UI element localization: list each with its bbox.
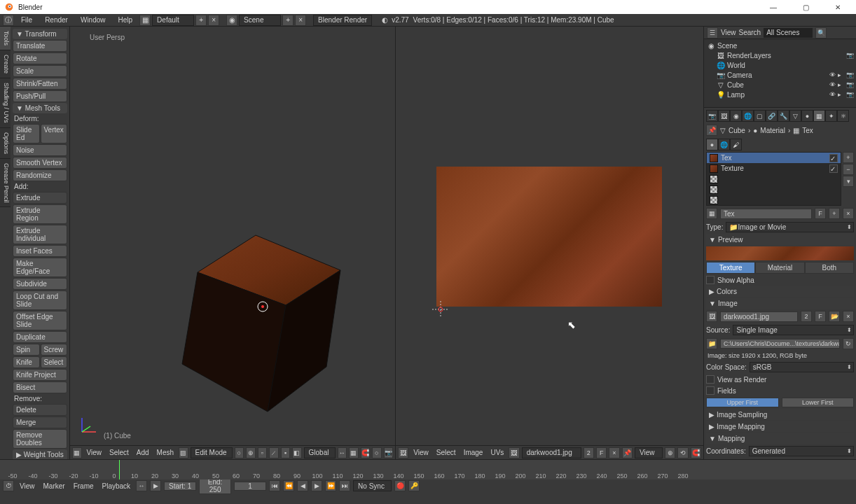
eye-icon[interactable]: 👁 — [829, 81, 836, 88]
uv-sync-icon[interactable]: ⟲ — [677, 447, 688, 458]
panel-preview[interactable]: ▼ Preview — [706, 234, 854, 245]
3d-viewport[interactable]: User Persp (1) Cube ▦ View Select — [70, 27, 395, 459]
editor-type-timeline-icon[interactable]: ⏱ — [3, 480, 14, 491]
image-fake2-icon[interactable]: F — [815, 311, 826, 322]
image-users2[interactable]: 2 — [801, 311, 812, 322]
toolshelf-tab-tools[interactable]: Tools — [0, 27, 11, 50]
extrude-region-button[interactable]: Extrude Region — [13, 204, 67, 224]
sel-icon[interactable]: ▸ — [838, 71, 845, 78]
preview-tab-material[interactable]: Material — [755, 262, 804, 274]
cam-icon[interactable]: 📷 — [846, 52, 853, 59]
outliner-item[interactable]: ▽Cube👁▸📷 — [707, 80, 853, 90]
bc-cube[interactable]: Cube — [729, 127, 745, 134]
tl-end-field[interactable]: End: 250 — [199, 477, 231, 494]
subdivide-button[interactable]: Subdivide — [13, 278, 67, 290]
knife-select-button[interactable]: Select — [41, 356, 68, 368]
enable-checkbox[interactable]: ✓ — [829, 164, 838, 173]
orientation-dropdown[interactable]: Global — [304, 447, 336, 458]
image-browse-icon[interactable]: 🖼 — [509, 447, 519, 458]
outliner-item[interactable]: ◉Scene — [707, 41, 853, 50]
pushpull-button[interactable]: Push/Pull — [13, 90, 67, 102]
pivot-icon[interactable]: ⊕ — [246, 447, 256, 458]
prop-tab-renderlayers-icon[interactable]: 🖼 — [718, 110, 730, 122]
tex-add-button[interactable]: + — [843, 152, 854, 163]
tl-play-icon[interactable]: ▶ — [311, 480, 322, 491]
tl-jump-prev-icon[interactable]: ⏪ — [283, 480, 294, 491]
mode-dropdown[interactable]: Edit Mode — [191, 447, 233, 458]
tl-jump-start-icon[interactable]: ⏮ — [269, 480, 280, 491]
face-select-icon[interactable]: ▪ — [281, 447, 291, 458]
smooth-vertex-button[interactable]: Smooth Vertex — [13, 157, 67, 169]
vert-select-icon[interactable]: ▫ — [258, 447, 268, 458]
image-users-icon[interactable]: 2 — [584, 447, 594, 458]
tl-autoplay-icon[interactable]: ▶ — [150, 480, 161, 491]
engine-dropdown[interactable]: Blender Render — [313, 15, 372, 26]
image-pin-icon[interactable]: 📌 — [622, 447, 633, 458]
prop-tab-texture-icon[interactable]: ▦ — [813, 110, 825, 122]
extrude-individual-button[interactable]: Extrude Individual — [13, 225, 67, 244]
texture-slot[interactable]: Tex✓ — [707, 153, 841, 163]
mesh-menu[interactable]: Mesh — [154, 449, 177, 456]
filepath-icon[interactable]: 📁 — [706, 338, 717, 349]
image-open-icon[interactable]: 📂 — [829, 311, 840, 322]
viewport-cube[interactable] — [175, 209, 350, 419]
image-name-field[interactable]: darkwood1.jpg — [720, 312, 798, 322]
prop-tab-constraints-icon[interactable]: 🔗 — [766, 110, 778, 122]
tex-context-world-icon[interactable]: 🌐 — [718, 139, 730, 150]
uv-pivot-icon[interactable]: ⊕ — [665, 447, 675, 458]
eye-icon[interactable]: 👁 — [829, 91, 836, 98]
view-render-checkbox[interactable] — [706, 375, 715, 384]
panel-image-sampling[interactable]: ▶ Image Sampling — [706, 410, 854, 420]
outliner-search-icon[interactable]: 🔍 — [815, 27, 827, 38]
timeline-cursor[interactable] — [119, 460, 120, 479]
uv-image-menu[interactable]: Image — [461, 449, 486, 456]
tl-current-field[interactable]: 1 — [234, 482, 266, 491]
colorspace-dropdown[interactable]: sRGB — [750, 362, 854, 372]
scene-del-icon[interactable]: × — [295, 15, 306, 26]
prop-tab-data-icon[interactable]: ▽ — [789, 110, 801, 122]
tex-browse-icon[interactable]: ▦ — [706, 208, 717, 219]
image-fake-icon[interactable]: F — [596, 447, 607, 458]
render-icon[interactable]: 📷 — [384, 447, 394, 458]
toolshelf-tab-grease[interactable]: Grease Pencil — [0, 159, 11, 208]
tl-view-menu[interactable]: View — [17, 482, 38, 490]
tl-keyset-icon[interactable]: 🔑 — [408, 480, 420, 491]
knife-button[interactable]: Knife — [13, 356, 40, 368]
layout-add-icon[interactable]: + — [195, 15, 207, 26]
tl-range-icon[interactable]: ↔ — [136, 480, 147, 491]
uv-snap-icon[interactable]: 🧲 — [691, 447, 701, 458]
render-icon[interactable]: 📷 — [846, 71, 853, 78]
edge-select-icon[interactable]: ⟋ — [269, 447, 279, 458]
tl-autokey-icon[interactable]: 🔴 — [394, 480, 406, 491]
source-dropdown[interactable]: Single Image — [733, 325, 854, 335]
snap-icon[interactable]: 🧲 — [361, 447, 371, 458]
knife-project-button[interactable]: Knife Project — [13, 369, 67, 381]
preview-tab-both[interactable]: Both — [805, 262, 854, 274]
layers-icon[interactable]: ▦ — [349, 447, 359, 458]
image-unlink-icon[interactable]: × — [609, 447, 619, 458]
layout-dropdown[interactable]: Default — [152, 15, 194, 26]
prop-tab-world-icon[interactable]: 🌐 — [742, 110, 754, 122]
tl-jump-next-icon[interactable]: ⏩ — [325, 480, 336, 491]
eye-icon[interactable]: 👁 — [829, 71, 836, 78]
maximize-button[interactable]: ▢ — [792, 0, 820, 14]
delete-button[interactable]: Delete — [13, 404, 67, 416]
uv-image-editor[interactable]: ⬉ 🖼 View Select Image UVs 🖼 darkwood1.jp… — [395, 27, 703, 459]
menu-help[interactable]: Help — [113, 16, 139, 24]
vertex-slide-button[interactable]: Vertex — [41, 124, 68, 144]
tl-marker-menu[interactable]: Marker — [41, 482, 68, 490]
preview-tab-texture[interactable]: Texture — [706, 262, 755, 274]
edge-slide-button[interactable]: Slide Ed — [13, 124, 40, 144]
extrude-button[interactable]: Extrude — [13, 192, 67, 204]
menu-file[interactable]: File — [15, 16, 38, 24]
tl-frame-menu[interactable]: Frame — [71, 482, 97, 490]
toolshelf-tab-create[interactable]: Create — [0, 50, 11, 78]
remove-doubles-button[interactable]: Remove Doubles — [13, 429, 67, 449]
texture-slot[interactable] — [707, 184, 841, 195]
texture-slot[interactable] — [707, 195, 841, 205]
bc-texture[interactable]: Tex — [802, 127, 813, 134]
coords-dropdown[interactable]: Generated — [749, 446, 854, 456]
tl-play-rev-icon[interactable]: ◀ — [297, 480, 308, 491]
sel-icon[interactable]: ▸ — [838, 91, 845, 98]
make-edgeface-button[interactable]: Make Edge/Face — [13, 258, 67, 277]
